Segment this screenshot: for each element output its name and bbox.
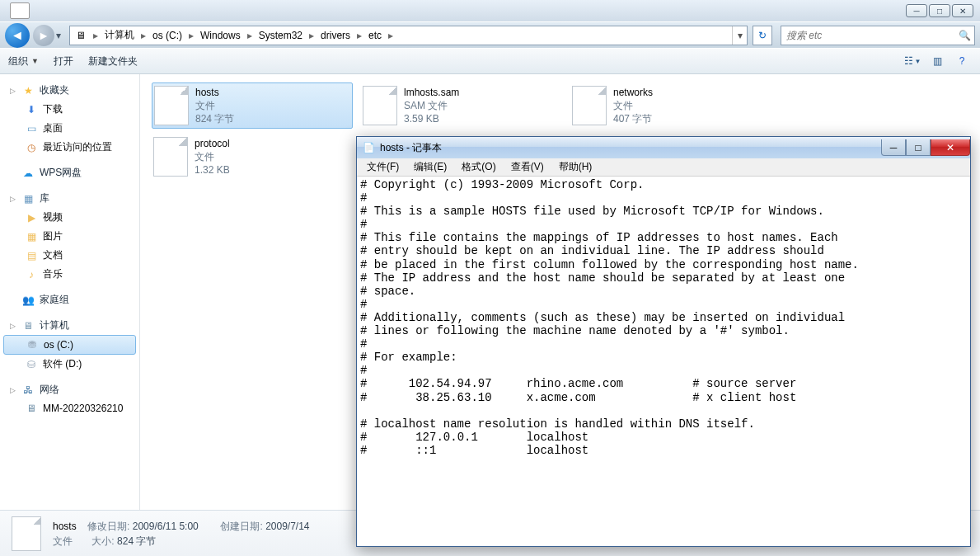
- breadcrumb-item[interactable]: System32: [254, 26, 307, 45]
- file-tile[interactable]: lmhosts.sam SAM 文件 3.59 KB: [361, 82, 562, 129]
- file-icon: [12, 516, 41, 551]
- notepad-minimize-button[interactable]: ─: [881, 139, 906, 156]
- file-icon: [572, 86, 607, 125]
- breadcrumb-item[interactable]: os (C:): [148, 26, 187, 45]
- file-name: protocol: [195, 137, 230, 150]
- notepad-titlebar[interactable]: 📄 hosts - 记事本 ─ □ ✕: [357, 137, 970, 158]
- address-dropdown-icon[interactable]: ▾: [732, 26, 747, 45]
- search-icon[interactable]: 🔍: [954, 30, 974, 41]
- recent-icon: ◷: [25, 141, 38, 154]
- download-icon: ⬇: [25, 103, 38, 116]
- notepad-menu-item[interactable]: 查看(V): [504, 158, 551, 176]
- notepad-menu-item[interactable]: 文件(F): [360, 158, 406, 176]
- sidebar-network[interactable]: ▷🖧网络: [0, 380, 139, 399]
- sidebar-item-drive-d[interactable]: ⛁软件 (D:): [0, 355, 139, 374]
- computer-icon: 🖥: [21, 319, 35, 332]
- address-bar[interactable]: 🖥 ▸ 计算机▸os (C:)▸Windows▸System32▸drivers…: [69, 26, 748, 45]
- file-size: 3.59 KB: [404, 112, 459, 125]
- breadcrumb-item[interactable]: 计算机: [100, 26, 139, 45]
- sidebar-item-desktop[interactable]: ▭桌面: [0, 119, 139, 138]
- notepad-menubar: 文件(F)编辑(E)格式(O)查看(V)帮助(H): [357, 158, 970, 177]
- sidebar-item-drive-c[interactable]: ⛃os (C:): [3, 335, 136, 355]
- breadcrumb: 计算机▸os (C:)▸Windows▸System32▸drivers▸etc…: [100, 26, 395, 45]
- folder-icon: ♪: [25, 268, 38, 281]
- desktop-icon: ▭: [25, 122, 38, 135]
- file-type: 文件: [195, 99, 234, 112]
- search-box[interactable]: 🔍: [781, 26, 975, 45]
- file-name: hosts: [195, 86, 234, 99]
- sidebar-wps[interactable]: ☁WPS网盘: [0, 163, 139, 182]
- file-size: 407 字节: [613, 112, 653, 125]
- breadcrumb-sep-icon: ▸: [139, 30, 148, 41]
- sidebar: ▷★收藏夹 ⬇下载 ▭桌面 ◷最近访问的位置 ☁WPS网盘 ▷▦库 ▶视频 ▦图…: [0, 74, 140, 510]
- sidebar-computer[interactable]: ▷🖥计算机: [0, 316, 139, 335]
- notepad-content[interactable]: # Copyright (c) 1993-2009 Microsoft Corp…: [357, 177, 970, 546]
- nav-bar: ◄ ► ▾ 🖥 ▸ 计算机▸os (C:)▸Windows▸System32▸d…: [0, 21, 980, 48]
- maximize-button[interactable]: □: [929, 4, 950, 17]
- sidebar-homegroup[interactable]: 👥家庭组: [0, 290, 139, 309]
- breadcrumb-item[interactable]: Windows: [195, 26, 246, 45]
- close-button[interactable]: ✕: [952, 4, 973, 17]
- help-button[interactable]: ?: [952, 52, 972, 70]
- breadcrumb-sep-icon: ▸: [187, 30, 195, 41]
- file-tile[interactable]: protocol 文件 1.32 KB: [152, 134, 353, 180]
- sidebar-item-recent[interactable]: ◷最近访问的位置: [0, 138, 139, 157]
- details-filename: hosts: [53, 521, 77, 532]
- minimize-button[interactable]: ─: [906, 4, 927, 17]
- sidebar-item-videos[interactable]: ▶视频: [0, 208, 139, 227]
- view-options-button[interactable]: ☷▼: [903, 52, 922, 70]
- details-info: hosts 修改日期: 2009/6/11 5:00 创建日期: 2009/7/…: [53, 519, 310, 549]
- new-folder-button[interactable]: 新建文件夹: [88, 54, 138, 68]
- file-name: networks: [613, 86, 653, 99]
- file-icon: [153, 137, 188, 177]
- file-icon: [363, 86, 397, 125]
- nav-history-dropdown[interactable]: ▾: [56, 30, 61, 41]
- back-button[interactable]: ◄: [5, 23, 30, 48]
- sidebar-item-music[interactable]: ♪音乐: [0, 265, 139, 284]
- organize-button[interactable]: 组织▼: [8, 54, 39, 68]
- sidebar-item-pictures[interactable]: ▦图片: [0, 227, 139, 246]
- breadcrumb-sep-icon: ▸: [387, 30, 395, 41]
- notepad-menu-item[interactable]: 编辑(E): [407, 158, 453, 176]
- search-input[interactable]: [781, 30, 954, 41]
- cloud-icon: ☁: [21, 167, 35, 180]
- breadcrumb-item[interactable]: drivers: [316, 26, 355, 45]
- file-name: lmhosts.sam: [404, 86, 459, 99]
- sidebar-item-network-pc[interactable]: 🖥MM-20220326210: [0, 399, 139, 417]
- refresh-button[interactable]: ↻: [753, 26, 772, 45]
- sidebar-item-downloads[interactable]: ⬇下载: [0, 100, 139, 119]
- sidebar-item-documents[interactable]: ▤文档: [0, 246, 139, 265]
- sidebar-libraries[interactable]: ▷▦库: [0, 189, 139, 208]
- file-tile[interactable]: networks 文件 407 字节: [570, 82, 771, 129]
- notepad-close-button[interactable]: ✕: [931, 139, 970, 156]
- homegroup-icon: 👥: [21, 294, 35, 307]
- file-type: SAM 文件: [404, 99, 459, 112]
- explorer-titlebar[interactable]: ─ □ ✕: [0, 0, 980, 21]
- library-icon: ▦: [21, 192, 35, 205]
- network-icon: 🖧: [21, 384, 35, 397]
- notepad-icon: 📄: [362, 141, 375, 154]
- preview-pane-button[interactable]: ▥: [927, 52, 947, 70]
- breadcrumb-sep-icon: ▸: [307, 30, 316, 41]
- folder-icon: [10, 2, 30, 19]
- breadcrumb-sep-icon: ▸: [355, 30, 363, 41]
- folder-icon: ▶: [25, 211, 38, 224]
- notepad-title: hosts - 记事本: [380, 141, 442, 155]
- notepad-maximize-button[interactable]: □: [906, 139, 931, 156]
- notepad-menu-item[interactable]: 帮助(H): [552, 158, 599, 176]
- file-type: 文件: [195, 150, 230, 163]
- file-size: 824 字节: [195, 112, 234, 125]
- file-size: 1.32 KB: [195, 163, 230, 177]
- forward-button[interactable]: ►: [33, 25, 54, 46]
- breadcrumb-sep-icon: ▸: [91, 30, 100, 41]
- sidebar-favorites[interactable]: ▷★收藏夹: [0, 81, 139, 100]
- file-tile[interactable]: hosts 文件 824 字节: [152, 82, 353, 129]
- toolbar: 组织▼ 打开 新建文件夹 ☷▼ ▥ ?: [0, 48, 980, 74]
- breadcrumb-item[interactable]: etc: [363, 26, 387, 45]
- open-button[interactable]: 打开: [54, 54, 73, 68]
- pc-icon: 🖥: [25, 402, 38, 415]
- notepad-menu-item[interactable]: 格式(O): [455, 158, 502, 176]
- file-type: 文件: [613, 99, 653, 112]
- star-icon: ★: [21, 84, 35, 97]
- computer-icon: 🖥: [73, 28, 88, 43]
